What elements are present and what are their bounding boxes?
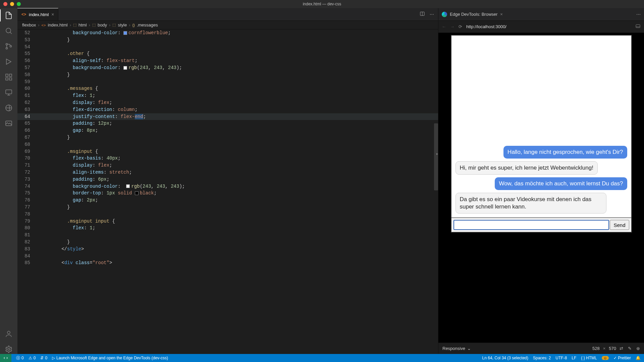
breadcrumb-item[interactable]: body <box>98 22 107 27</box>
remote-explorer-icon[interactable] <box>4 88 13 97</box>
code-line[interactable]: 66 gap: 8px; <box>17 127 438 134</box>
reload-icon[interactable]: ⟳ <box>459 24 462 29</box>
code-text[interactable]: padding: 6px; <box>36 176 438 183</box>
code-line[interactable]: 65 padding: 12px; <box>17 120 438 127</box>
breadcrumb-item[interactable]: .messages <box>137 22 158 27</box>
code-line[interactable]: 80 flex: 1; <box>17 225 438 232</box>
code-line[interactable]: 85 <div class="root"> <box>17 259 438 266</box>
url-field[interactable]: http://localhost:3000/ <box>466 24 631 29</box>
language-mode[interactable]: { } HTML <box>581 356 597 360</box>
maximize-window-button[interactable] <box>17 2 21 6</box>
code-line[interactable]: 60 .messages { <box>17 85 438 92</box>
code-line[interactable]: 64 justify-content: flex-end; <box>17 113 438 120</box>
viewport-width[interactable]: 528 <box>592 346 600 351</box>
code-line[interactable]: 57 background-color: rgb(243, 243, 243); <box>17 64 438 71</box>
chat-input[interactable] <box>453 220 609 230</box>
cursor-position[interactable]: Ln 64, Col 34 (3 selected) <box>482 356 528 360</box>
code-text[interactable] <box>36 253 438 260</box>
tab-index-html[interactable]: <> index.html × <box>17 8 58 20</box>
open-devtools-icon[interactable] <box>635 23 641 30</box>
code-editor[interactable]: 52 background-color: cornflowerblue;53 }… <box>17 29 438 354</box>
formatter[interactable]: ✓ Prettier <box>613 356 631 360</box>
code-text[interactable]: gap: 2px; <box>36 197 438 204</box>
code-line[interactable]: 61 flex: 1; <box>17 92 438 99</box>
code-text[interactable]: flex-basis: 40px; <box>36 155 438 162</box>
ports[interactable]: ⇵ 0 <box>40 356 47 360</box>
code-line[interactable]: 73 padding: 6px; <box>17 176 438 183</box>
breadcrumb-item[interactable]: html <box>78 22 87 27</box>
devtools-tab[interactable]: Edge DevTools: Browser × <box>442 12 503 17</box>
code-text[interactable] <box>36 211 438 218</box>
code-line[interactable]: 59 <box>17 78 438 85</box>
viewport-height[interactable]: 570 <box>609 346 616 351</box>
code-line[interactable]: 63 flex-direction: column; <box>17 106 438 113</box>
code-text[interactable]: background-color: rgb(243, 243, 243); <box>36 64 438 71</box>
code-text[interactable]: flex-direction: column; <box>36 106 438 113</box>
code-text[interactable]: justify-content: flex-end; <box>36 113 438 120</box>
code-text[interactable] <box>36 141 438 148</box>
more-icon[interactable]: ⊕ <box>636 346 640 351</box>
code-text[interactable]: } <box>36 204 438 211</box>
code-text[interactable]: background-color: cornflowerblue; <box>36 29 438 37</box>
code-text[interactable]: .msginput { <box>36 148 438 155</box>
code-line[interactable]: 82 } <box>17 239 438 246</box>
breadcrumb-item[interactable]: style <box>118 22 127 27</box>
screenshot-icon[interactable]: ✎ <box>628 346 632 351</box>
forward-icon[interactable]: → <box>450 24 454 29</box>
panel-collapse-handle[interactable]: ▸ <box>436 143 438 164</box>
breadcrumb[interactable]: flexbox› <> index.html› ⬚ html› ⬚ body› … <box>17 21 438 29</box>
code-text[interactable]: border-top: 1px solid black; <box>36 190 438 197</box>
split-editor-icon[interactable] <box>420 11 425 17</box>
problems-warnings[interactable]: ⚠ 0 <box>29 356 36 360</box>
indentation[interactable]: Spaces: 2 <box>533 356 551 360</box>
problems-errors[interactable]: ⓧ 0 <box>16 355 24 361</box>
code-text[interactable]: gap: 8px; <box>36 127 438 134</box>
code-line[interactable]: 58 } <box>17 71 438 78</box>
encoding[interactable]: UTF-8 <box>555 356 567 360</box>
more-actions-icon[interactable]: ⋯ <box>636 12 641 17</box>
close-dim-icon[interactable]: × <box>603 346 606 351</box>
close-tab-icon[interactable]: × <box>51 12 54 17</box>
more-actions-icon[interactable]: ⋯ <box>430 12 434 17</box>
account-icon[interactable] <box>4 329 13 339</box>
code-line[interactable]: 67 } <box>17 134 438 141</box>
eol[interactable]: LF <box>572 356 576 360</box>
code-line[interactable]: 55 .other { <box>17 50 438 57</box>
notifications-icon[interactable]: 🔔 <box>636 356 641 360</box>
code-line[interactable]: 78 <box>17 211 438 218</box>
run-debug-icon[interactable] <box>4 57 13 66</box>
code-line[interactable]: 75 border-top: 1px solid black; <box>17 190 438 197</box>
rotate-icon[interactable]: ⇄ <box>620 346 623 351</box>
edge-tools-icon[interactable] <box>4 103 13 113</box>
code-line[interactable]: 81 <box>17 232 438 239</box>
launch-task[interactable]: ▷ Launch Microsoft Edge and open the Edg… <box>52 356 168 360</box>
code-text[interactable]: background-color: rgb(243, 243, 243); <box>36 183 438 190</box>
code-text[interactable]: } <box>36 37 438 44</box>
code-text[interactable]: .other { <box>36 50 438 57</box>
search-icon[interactable] <box>4 26 13 36</box>
code-line[interactable]: 70 flex-basis: 40px; <box>17 155 438 162</box>
code-line[interactable]: 53 } <box>17 37 438 44</box>
code-text[interactable]: display: flex; <box>36 162 438 169</box>
code-line[interactable]: 69 .msginput { <box>17 148 438 155</box>
code-line[interactable]: 77 } <box>17 204 438 211</box>
code-text[interactable] <box>36 78 438 85</box>
code-line[interactable]: 76 gap: 2px; <box>17 197 438 204</box>
code-text[interactable]: } <box>36 239 438 246</box>
code-text[interactable]: padding: 12px; <box>36 120 438 127</box>
code-text[interactable]: } <box>36 134 438 141</box>
code-line[interactable]: 83 </style> <box>17 246 438 253</box>
code-text[interactable]: </style> <box>36 246 438 253</box>
code-text[interactable] <box>36 44 438 51</box>
code-line[interactable]: 56 align-self: flex-start; <box>17 57 438 64</box>
gallery-icon[interactable] <box>4 119 13 128</box>
code-line[interactable]: 54 <box>17 44 438 51</box>
code-text[interactable]: .msginput input { <box>36 218 438 225</box>
rendered-page[interactable]: Hallo, lange nicht gesprochen, wie geht'… <box>451 35 632 233</box>
send-button[interactable]: Send <box>610 220 629 230</box>
code-line[interactable]: 52 background-color: cornflowerblue; <box>17 29 438 37</box>
settings-gear-icon[interactable] <box>4 345 13 354</box>
code-line[interactable]: 72 align-items: stretch; <box>17 169 438 176</box>
code-text[interactable] <box>36 232 438 239</box>
breadcrumb-item[interactable]: flexbox <box>22 22 36 27</box>
